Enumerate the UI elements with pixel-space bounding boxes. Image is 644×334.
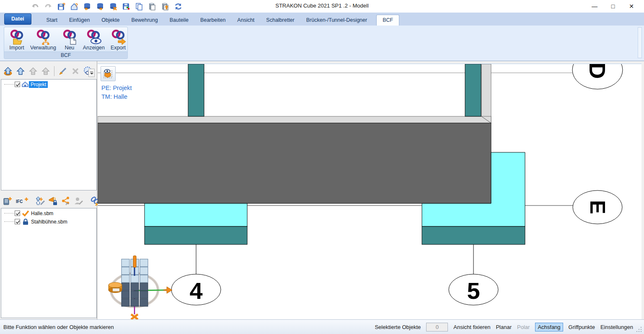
tab-datei[interactable]: Datei	[4, 13, 31, 25]
tab-schalbretter[interactable]: Schalbretter	[260, 15, 300, 26]
save-question-icon[interactable]: ?	[56, 1, 66, 11]
project-tree: Projekt	[1, 79, 97, 190]
bcf-rings-folder-icon	[8, 29, 25, 45]
add-ifc-icon[interactable]: IFC	[15, 195, 29, 206]
list-label-stahlbuehne: Stahlbühne.sbm	[30, 218, 69, 225]
level-up-icon[interactable]	[15, 66, 26, 77]
title-bar: STRAKON Cube 2021 SP1 .2 - Modell ? ? — …	[0, 0, 644, 13]
halle-checkbox[interactable]	[15, 211, 20, 216]
level-top-disabled-icon[interactable]	[40, 66, 51, 77]
bcf-export-label: Export	[111, 45, 126, 51]
ribbon-group-label: BCF	[4, 51, 127, 59]
teal-base-left[interactable]	[145, 226, 247, 244]
projekt-checkbox[interactable]	[15, 82, 20, 87]
copy-icon[interactable]	[134, 1, 144, 11]
user-disabled-icon[interactable]	[73, 195, 84, 206]
achsfang-toggle[interactable]: Achsfang	[535, 323, 563, 331]
tab-ansicht[interactable]: Ansicht	[231, 15, 260, 26]
concrete-beam[interactable]	[98, 123, 491, 203]
tab-bcf[interactable]: BCF	[376, 15, 399, 26]
tab-bearbeiten[interactable]: Bearbeiten	[194, 15, 231, 26]
gizmo-marker-left	[109, 283, 122, 293]
gizmo-marker-bottom	[131, 314, 138, 319]
tab-einfuegen[interactable]: Einfügen	[63, 15, 96, 26]
axis-label-5: 5	[467, 277, 480, 304]
bcf-verwaltung-label: Verwaltung	[30, 45, 56, 51]
planar-toggle[interactable]: Planar	[496, 324, 512, 330]
status-message: Bitte Funktion wählen oder Objekte marki…	[3, 324, 114, 330]
bcf-rings-arrow-icon	[110, 29, 127, 45]
minimize-button[interactable]: —	[585, 0, 604, 13]
ifc-label: IFC	[16, 199, 23, 204]
add-model-icon[interactable]	[3, 195, 13, 206]
gizmo-marker-right	[163, 287, 172, 293]
bcf-export-button[interactable]: Export	[107, 28, 129, 51]
tm-line: TM: Halle	[101, 92, 132, 101]
save-media-icon[interactable]	[121, 1, 131, 11]
tab-objekte[interactable]: Objekte	[96, 15, 125, 26]
close-button[interactable]: ✕	[622, 0, 641, 13]
teal-column-left[interactable]	[188, 64, 204, 116]
redo-icon[interactable]	[43, 1, 53, 11]
teal-column-right[interactable]	[465, 64, 481, 116]
griffpunkte-toggle[interactable]: Griffpunkte	[569, 324, 595, 330]
axis-label-d: D	[585, 64, 610, 79]
paste-insert-icon[interactable]	[160, 1, 170, 11]
left-panel-column: Projekt IFC Halle.sbm	[0, 61, 97, 319]
tree-row-projekt[interactable]: Projekt	[1, 81, 96, 88]
active-check-icon	[21, 210, 30, 216]
resize-grip[interactable]	[636, 326, 641, 332]
bcf-anzeigen-button[interactable]: Anzeigen	[80, 28, 107, 51]
db-export-icon[interactable]	[95, 1, 105, 11]
ansicht-fixieren-toggle[interactable]: Ansicht fixieren	[453, 324, 490, 330]
bcf-rings-eye-icon	[85, 29, 103, 45]
level-up-disabled-icon[interactable]	[28, 66, 39, 77]
axis-label-4: 4	[189, 277, 202, 304]
model-viewport[interactable]: D E 4 5	[98, 64, 641, 319]
bcf-neu-button[interactable]: Neu	[59, 28, 80, 51]
wall-band-horizontal	[98, 116, 491, 123]
bcf-rings-document-icon	[61, 29, 78, 45]
navigation-gizmo[interactable]	[109, 256, 172, 319]
list-label-halle: Halle.sbm	[30, 210, 54, 217]
status-bar: Bitte Funktion wählen oder Objekte marki…	[0, 319, 644, 334]
edit-levels-icon[interactable]	[35, 195, 46, 206]
db-import-icon[interactable]	[82, 1, 92, 11]
teal-base-right[interactable]	[422, 226, 525, 244]
tab-bauteile[interactable]: Bauteile	[164, 15, 194, 26]
paste-icon[interactable]	[147, 1, 157, 11]
window-controls: — □ ✕	[585, 0, 641, 13]
polar-toggle[interactable]: Polar	[517, 324, 530, 330]
list-row-stahlbuehne[interactable]: Stahlbühne.sbm	[1, 218, 96, 225]
einstellungen-button[interactable]: Einstellungen	[600, 324, 633, 330]
announce-lock-icon[interactable]	[48, 195, 59, 206]
cyan-footing-left[interactable]	[145, 203, 247, 226]
selection-visibility-button[interactable]	[101, 66, 116, 81]
paintbrush-icon[interactable]	[57, 66, 68, 77]
db-delete-icon[interactable]	[108, 1, 118, 11]
toolbar-separator	[54, 66, 54, 76]
bcf-verwaltung-button[interactable]: Verwaltung	[28, 28, 59, 51]
tab-bewehrung[interactable]: Bewehrung	[125, 15, 163, 26]
bcf-import-button[interactable]: Import	[6, 28, 28, 51]
bcf-neu-label: Neu	[65, 45, 74, 51]
share-unlock-icon[interactable]	[60, 195, 71, 206]
tree-connector	[4, 221, 14, 222]
tree-connector	[4, 84, 14, 85]
pe-line: PE: Projekt	[101, 84, 132, 92]
open-project-question-icon[interactable]: ?	[69, 1, 79, 11]
bcf-anzeigen-label: Anzeigen	[83, 45, 105, 51]
ribbon-tab-bar: Datei Start Einfügen Objekte Bewehrung B…	[0, 13, 644, 26]
selected-objects-count: 0	[426, 323, 448, 331]
tab-bruecken-tunnel-designer[interactable]: Brücken-/Tunnel-Designer	[300, 15, 373, 26]
maximize-button[interactable]: □	[604, 0, 622, 13]
list-row-halle[interactable]: Halle.sbm	[1, 210, 96, 217]
more-dropdown-icon[interactable]	[88, 69, 95, 77]
delete-disabled-icon[interactable]	[70, 66, 81, 77]
undo-icon[interactable]	[30, 1, 40, 11]
refresh-icon[interactable]	[173, 1, 183, 11]
ribbon-right-strip	[638, 27, 642, 58]
stahlbuehne-checkbox[interactable]	[15, 219, 20, 224]
level-up-active-icon[interactable]	[3, 66, 13, 77]
tab-start[interactable]: Start	[41, 15, 63, 26]
